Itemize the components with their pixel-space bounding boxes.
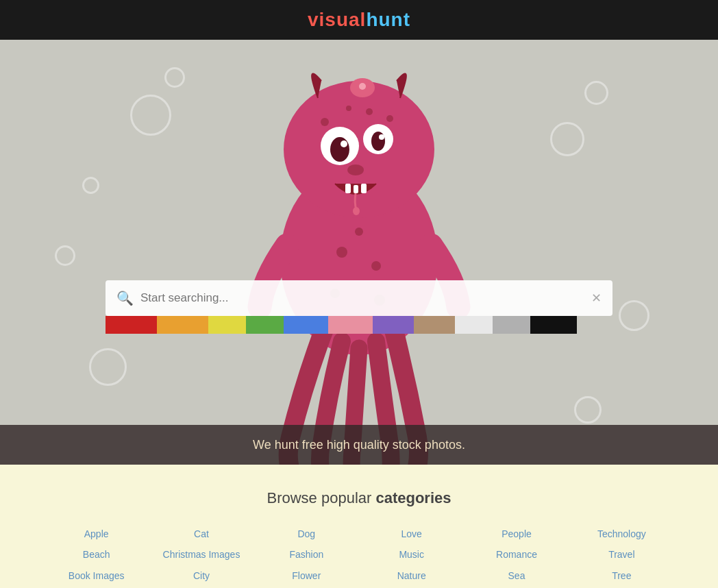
category-link[interactable]: Romance <box>496 547 537 562</box>
category-link[interactable]: Cat <box>194 526 209 541</box>
svg-point-17 <box>336 247 347 258</box>
svg-point-4 <box>330 137 349 162</box>
search-clear-button[interactable]: ✕ <box>591 291 602 306</box>
bubble-decoration <box>89 348 127 386</box>
search-icon: 🔍 <box>116 290 134 306</box>
svg-point-7 <box>379 134 384 140</box>
svg-point-18 <box>371 261 381 271</box>
svg-point-23 <box>359 83 366 90</box>
svg-point-5 <box>371 132 385 151</box>
search-input[interactable] <box>140 291 591 305</box>
category-link[interactable]: Flower <box>292 568 321 583</box>
svg-point-8 <box>347 164 364 175</box>
category-col-4: PeopleRomanceSeaSkySnow <box>464 526 569 588</box>
category-link[interactable]: City <box>193 568 210 583</box>
categories-section: Browse popular categories AppleBeachBook… <box>0 465 718 588</box>
category-link[interactable]: People <box>502 526 532 541</box>
category-col-2: DogFashionFlowerFood ImagesHappy <box>254 526 359 588</box>
swatch-red[interactable] <box>106 316 157 334</box>
category-link[interactable]: Music <box>399 547 424 562</box>
search-container: 🔍 ✕ <box>106 280 612 334</box>
logo-hunt: hunt <box>366 9 410 30</box>
logo-visual: visual <box>308 9 366 30</box>
category-col-1: CatChristmas ImagesCityCoffee ImagesComp… <box>149 526 253 588</box>
category-col-3: LoveMusicNatureOfficeParty Images <box>359 526 464 588</box>
categories-title: Browse popular categories <box>41 489 677 507</box>
categories-grid: AppleBeachBook ImagesBusinessCarCatChris… <box>44 526 674 588</box>
swatch-brown[interactable] <box>414 316 455 334</box>
color-swatches <box>106 316 612 334</box>
category-link[interactable]: Travel <box>608 547 634 562</box>
swatch-orange[interactable] <box>157 316 208 334</box>
svg-point-13 <box>321 118 329 126</box>
hero-illustration <box>222 40 496 465</box>
logo[interactable]: visualhunt <box>308 9 410 31</box>
bubble-decoration <box>619 300 649 331</box>
bubble-decoration <box>164 67 185 88</box>
svg-point-15 <box>346 106 351 111</box>
swatch-gray[interactable] <box>493 316 530 334</box>
tagline-bar: We hunt free high quality stock photos. <box>0 425 718 465</box>
category-link[interactable]: Apple <box>84 526 109 541</box>
category-link[interactable]: Beach <box>83 547 110 562</box>
swatch-green[interactable] <box>246 316 284 334</box>
swatch-blue[interactable] <box>284 316 328 334</box>
category-link[interactable]: Fashion <box>289 547 323 562</box>
category-link[interactable]: Technology <box>597 526 646 541</box>
bubble-decoration <box>550 122 584 156</box>
bubble-decoration <box>55 245 75 266</box>
category-link[interactable]: Nature <box>397 568 426 583</box>
category-col-0: AppleBeachBook ImagesBusinessCar <box>44 526 149 588</box>
header: visualhunt <box>0 0 718 40</box>
category-link[interactable]: Christmas Images <box>163 547 240 562</box>
bubble-decoration <box>584 81 608 105</box>
swatch-purple[interactable] <box>373 316 414 334</box>
svg-point-12 <box>353 207 360 215</box>
svg-rect-9 <box>345 184 351 193</box>
swatch-yellow[interactable] <box>208 316 246 334</box>
category-link[interactable]: Dog <box>297 526 315 541</box>
bubble-decoration <box>130 95 171 136</box>
category-col-5: TechnologyTravelTreeWomenWork <box>569 526 674 588</box>
svg-point-6 <box>341 140 347 147</box>
svg-rect-10 <box>354 185 358 193</box>
svg-point-19 <box>355 228 363 236</box>
category-link[interactable]: Book Images <box>69 568 125 583</box>
swatch-pink[interactable] <box>328 316 373 334</box>
category-link[interactable]: Sea <box>508 568 525 583</box>
bubble-decoration <box>82 177 99 194</box>
hero-section: 🔍 ✕ We hunt free high quality stock phot… <box>0 40 718 465</box>
svg-point-16 <box>366 108 373 115</box>
search-bar: 🔍 ✕ <box>106 280 612 316</box>
swatch-white[interactable] <box>455 316 493 334</box>
tagline: We hunt free high quality stock photos. <box>253 438 465 452</box>
svg-point-1 <box>284 81 434 218</box>
bubble-decoration <box>574 396 602 424</box>
swatch-black[interactable] <box>530 316 577 334</box>
category-link[interactable]: Tree <box>612 568 631 583</box>
svg-rect-11 <box>361 184 367 193</box>
category-link[interactable]: Love <box>401 526 421 541</box>
svg-point-14 <box>386 115 393 122</box>
